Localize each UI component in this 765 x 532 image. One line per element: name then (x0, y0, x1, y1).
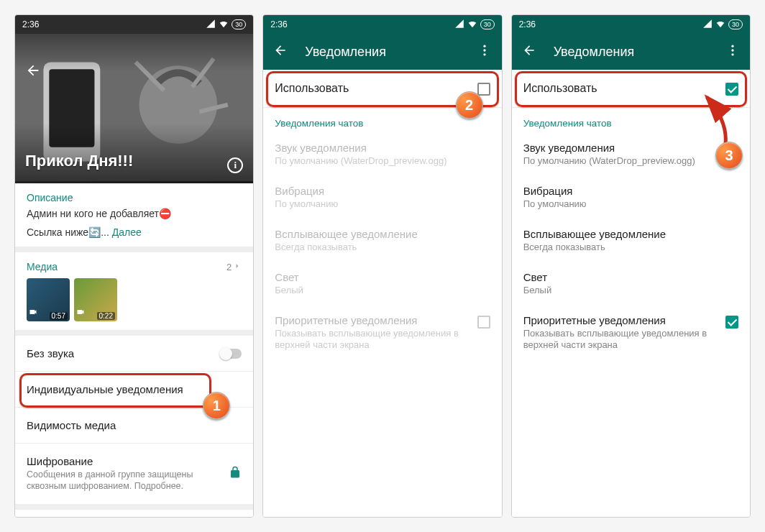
status-bar: 2:36 30 (15, 15, 253, 34)
media-visibility-row[interactable]: Видимость медиа (15, 407, 253, 443)
light-row[interactable]: СветБелый (512, 262, 750, 306)
toolbar: Уведомления (512, 34, 750, 70)
description-more-link[interactable]: Далее (112, 226, 142, 238)
priority-row: Приоритетные уведомленияПоказывать всплы… (263, 306, 501, 361)
battery-icon: 30 (480, 19, 495, 29)
status-time: 2:36 (519, 19, 536, 29)
section-chats-label: Уведомления чатов (512, 108, 750, 133)
custom-notifications-row[interactable]: Индивидуальные уведомления (15, 371, 253, 407)
video-icon (76, 306, 85, 319)
svg-point-6 (483, 53, 485, 55)
lock-icon (229, 466, 242, 481)
use-custom-label: Использовать (275, 82, 477, 95)
back-arrow-icon[interactable] (25, 63, 41, 81)
media-duration: 0:22 (97, 312, 115, 320)
media-card[interactable]: Медиа 2 0:57 0:22 (15, 252, 253, 336)
media-label: Медиа (27, 261, 58, 272)
encryption-title: Шифрование (27, 455, 221, 467)
encryption-row[interactable]: Шифрование Сообщения в данной группе защ… (15, 443, 253, 504)
sound-row[interactable]: Звук уведомленияПо умолчанию (WaterDrop_… (512, 133, 750, 176)
wifi-icon (467, 19, 477, 31)
back-arrow-icon[interactable] (522, 43, 536, 60)
svg-point-5 (483, 49, 485, 51)
use-custom-checkbox[interactable] (725, 83, 738, 96)
wifi-icon (219, 19, 229, 31)
settings-body: Использовать 3 Уведомления чатов Звук ув… (512, 70, 750, 517)
video-icon (29, 306, 37, 319)
wifi-icon (715, 19, 725, 31)
priority-checkbox (477, 316, 490, 329)
sound-row: Звук уведомленияПо умолчанию (WaterDrop_… (263, 133, 501, 176)
toolbar: Уведомления (263, 34, 501, 70)
more-icon[interactable] (725, 43, 740, 60)
description-line2: Ссылка ниже🔄... Далее (27, 226, 242, 238)
screen-group-info: 2:36 30 Прикол Дня!!! i Описание Админ н… (14, 14, 254, 518)
use-custom-checkbox[interactable] (477, 83, 490, 96)
group-header: Прикол Дня!!! i (15, 34, 253, 183)
svg-point-4 (483, 45, 485, 47)
priority-row[interactable]: Приоритетные уведомленияПоказывать всплы… (512, 306, 750, 361)
popup-row: Всплывающее уведомлениеВсегда показывать (263, 219, 501, 262)
svg-point-8 (731, 49, 733, 51)
media-duration: 0:57 (50, 312, 68, 320)
encryption-sub: Сообщения в данной группе защищены сквоз… (27, 469, 221, 492)
mute-label: Без звука (27, 347, 220, 359)
popup-row[interactable]: Всплывающее уведомлениеВсегда показывать (512, 219, 750, 262)
group-info-body: Описание Админ ни кого не добавляет⛔ Ссы… (15, 183, 253, 517)
media-count: 2 (226, 262, 242, 272)
use-custom-row[interactable]: Использовать (263, 70, 501, 108)
mute-row[interactable]: Без звука (15, 336, 253, 371)
light-row: СветБелый (263, 262, 501, 306)
more-icon[interactable] (477, 43, 492, 60)
group-title: Прикол Дня!!! (25, 152, 133, 170)
battery-icon: 30 (728, 19, 743, 29)
status-icons: 30 (206, 19, 246, 31)
toolbar-title: Уведомления (305, 45, 459, 60)
priority-checkbox[interactable] (725, 316, 738, 329)
status-icons: 30 (454, 19, 495, 31)
battery-icon: 30 (232, 19, 246, 29)
status-time: 2:36 (270, 19, 287, 29)
status-time: 2:36 (22, 19, 39, 29)
use-custom-label: Использовать (523, 82, 725, 95)
media-thumbs: 0:57 0:22 (27, 278, 242, 321)
custom-notifications-label: Индивидуальные уведомления (27, 383, 242, 395)
participants-row[interactable]: 148 участников (15, 510, 253, 518)
back-arrow-icon[interactable] (273, 43, 288, 60)
media-visibility-label: Видимость медиа (27, 419, 242, 431)
status-bar: 2:36 30 (512, 15, 750, 34)
settings-card: Без звука Индивидуальные уведомления Вид… (15, 336, 253, 510)
signal-icon (454, 19, 464, 31)
mute-toggle[interactable] (220, 349, 242, 359)
participants-card: 148 участников (15, 510, 253, 518)
vibration-row: ВибрацияПо умолчанию (263, 176, 501, 219)
use-custom-row[interactable]: Использовать (512, 70, 750, 108)
description-label: Описание (27, 192, 242, 203)
svg-point-7 (731, 45, 733, 47)
svg-point-9 (731, 53, 733, 55)
description-line1: Админ ни кого не добавляет⛔ (27, 208, 242, 219)
status-icons: 30 (702, 19, 743, 31)
toolbar-title: Уведомления (554, 45, 708, 60)
settings-body: Использовать 2 Уведомления чатов Звук ув… (263, 70, 501, 517)
media-thumb[interactable]: 0:22 (74, 278, 117, 321)
status-bar: 2:36 30 (263, 15, 501, 34)
section-chats-label: Уведомления чатов (263, 108, 501, 133)
screen-notifications-off: 2:36 30 Уведомления Использовать 2 Уведо… (262, 14, 502, 518)
signal-icon (702, 19, 713, 31)
description-card[interactable]: Описание Админ ни кого не добавляет⛔ Ссы… (15, 183, 253, 252)
screen-notifications-on: 2:36 30 Уведомления Использовать 3 Уведо… (511, 14, 751, 518)
signal-icon (206, 19, 216, 31)
vibration-row[interactable]: ВибрацияПо умолчанию (512, 176, 750, 219)
chevron-right-icon (233, 262, 242, 272)
media-thumb[interactable]: 0:57 (27, 278, 70, 321)
